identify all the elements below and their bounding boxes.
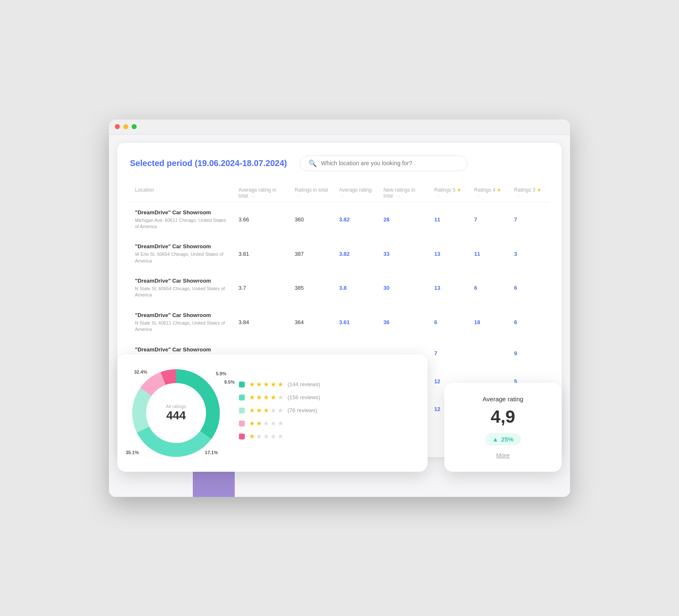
- color-1star: [239, 434, 245, 439]
- avg-rating-card: Average rating 4,9 ▲ 25% More: [444, 383, 562, 472]
- donut-center: All ratings 444: [166, 404, 186, 422]
- cell-r3-2: 6: [509, 271, 549, 305]
- pct-label-5.9: 5.9%: [216, 371, 226, 376]
- rating-row-1: ★★★★★: [239, 432, 415, 440]
- cell-avg-rating-3: 3.61: [334, 305, 378, 340]
- cell-r4-4: [469, 340, 509, 367]
- cell-r4-3: 18: [469, 305, 509, 340]
- titlebar: [109, 120, 570, 135]
- search-bar: 🔍: [300, 156, 467, 171]
- percent-badge: ▲ 25%: [485, 433, 521, 445]
- cell-avg-total-1: 3.81: [233, 237, 290, 271]
- col-r4: Ratings 4 ★ ↑↓: [469, 184, 509, 203]
- main-window: Selected period (19.06.2024-18.07.2024) …: [109, 120, 570, 497]
- col-r3: Ratings 3 ★ ↑↓: [509, 184, 549, 203]
- cell-ratings-total-3: 364: [290, 305, 334, 340]
- percent-value: 25%: [501, 436, 513, 443]
- rating-row-4: ★★★★★ (156 reviews): [239, 393, 415, 401]
- cell-location-1: "DreamDrive" Car Showroom W Erie St, 606…: [130, 237, 233, 271]
- col-avg-total: Average rating in total ↑↓: [233, 184, 290, 203]
- col-avg-rating: Average rating ↑↓: [334, 184, 378, 203]
- arrow-up-icon: ▲: [492, 436, 499, 443]
- col-ratings-total: Ratings in total ↑↓: [290, 184, 334, 203]
- cell-avg-total-2: 3.7: [233, 271, 290, 305]
- col-location: Location: [130, 184, 233, 203]
- color-4star: [239, 395, 245, 400]
- cell-r3-3: 6: [509, 305, 549, 340]
- donut-chart: All ratings 444 5.9% 9.5% 32.4% 17.1% 35…: [130, 367, 222, 459]
- pct-label-32.4: 32.4%: [134, 369, 147, 374]
- donut-label: All ratings: [166, 404, 186, 409]
- cell-avg-rating-1: 3.82: [334, 237, 378, 271]
- table-row: "DreamDrive" Car Showroom W Erie St, 606…: [130, 237, 549, 271]
- cell-location-3: "DreamDrive" Car Showroom N State St, 60…: [130, 305, 233, 340]
- pct-label-9.5: 9.5%: [224, 379, 235, 385]
- minimize-button[interactable]: [123, 124, 128, 129]
- cell-r3-1: 3: [509, 237, 549, 271]
- cell-ratings-total-1: 387: [290, 237, 334, 271]
- more-link[interactable]: More: [496, 452, 510, 459]
- avg-rating-title: Average rating: [457, 395, 549, 403]
- color-5star: [239, 382, 245, 387]
- cell-r5-0: 11: [429, 203, 469, 237]
- header: Selected period (19.06.2024-18.07.2024) …: [130, 156, 549, 171]
- rating-info: ★★★★★ (144 reviews) ★★★★★ (156 reviews) …: [239, 380, 415, 445]
- cell-avg-total-0: 3.66: [233, 203, 290, 237]
- cell-location-0: "DreamDrive" Car Showroom Michigan Ave, …: [130, 203, 233, 237]
- cell-r3-0: 7: [509, 203, 549, 237]
- cell-avg-rating-0: 3.82: [334, 203, 378, 237]
- avg-rating-value: 4,9: [457, 407, 549, 427]
- cell-r5-4: 7: [429, 340, 469, 367]
- color-2star: [239, 421, 245, 426]
- color-3star: [239, 408, 245, 413]
- donut-overlay-card: All ratings 444 5.9% 9.5% 32.4% 17.1% 35…: [117, 354, 428, 472]
- cell-avg-rating-2: 3.8: [334, 271, 378, 305]
- close-button[interactable]: [115, 124, 120, 129]
- review-count-5: (144 reviews): [288, 381, 320, 387]
- table-row: "DreamDrive" Car Showroom N State St, 60…: [130, 305, 549, 340]
- pct-label-17.1: 17.1%: [205, 450, 218, 455]
- col-new-ratings: New ratings in total ↑↓: [378, 184, 429, 203]
- cell-location-2: "DreamDrive" Car Showroom N State St, 60…: [130, 271, 233, 305]
- cell-new-ratings-3: 36: [378, 305, 429, 340]
- rating-row-3: ★★★★★ (76 reviews): [239, 406, 415, 414]
- search-input[interactable]: [321, 160, 459, 166]
- pct-label-35.1: 35.1%: [126, 450, 139, 455]
- review-count-3: (76 reviews): [288, 407, 317, 413]
- rating-row-2: ★★★★★: [239, 419, 415, 427]
- period-title: Selected period (19.06.2024-18.07.2024): [130, 159, 287, 168]
- cell-ratings-total-2: 385: [290, 271, 334, 305]
- cell-new-ratings-1: 33: [378, 237, 429, 271]
- cell-r3-4: 9: [509, 340, 549, 367]
- cell-r4-0: 7: [469, 203, 509, 237]
- cell-r4-1: 11: [469, 237, 509, 271]
- search-icon: 🔍: [308, 159, 317, 167]
- cell-r5-3: 6: [429, 305, 469, 340]
- review-count-4: (156 reviews): [288, 394, 320, 400]
- rating-row-5: ★★★★★ (144 reviews): [239, 380, 415, 388]
- table-row: "DreamDrive" Car Showroom N State St, 60…: [130, 271, 549, 305]
- cell-avg-total-3: 3.84: [233, 305, 290, 340]
- cell-new-ratings-2: 30: [378, 271, 429, 305]
- maximize-button[interactable]: [132, 124, 137, 129]
- table-row: "DreamDrive" Car Showroom Michigan Ave, …: [130, 203, 549, 237]
- col-r5: Ratings 5 ★ ↑↓: [429, 184, 469, 203]
- donut-value: 444: [166, 409, 186, 422]
- cell-r5-2: 13: [429, 271, 469, 305]
- cell-r4-2: 6: [469, 271, 509, 305]
- cell-r5-1: 13: [429, 237, 469, 271]
- cell-ratings-total-0: 360: [290, 203, 334, 237]
- cell-new-ratings-0: 28: [378, 203, 429, 237]
